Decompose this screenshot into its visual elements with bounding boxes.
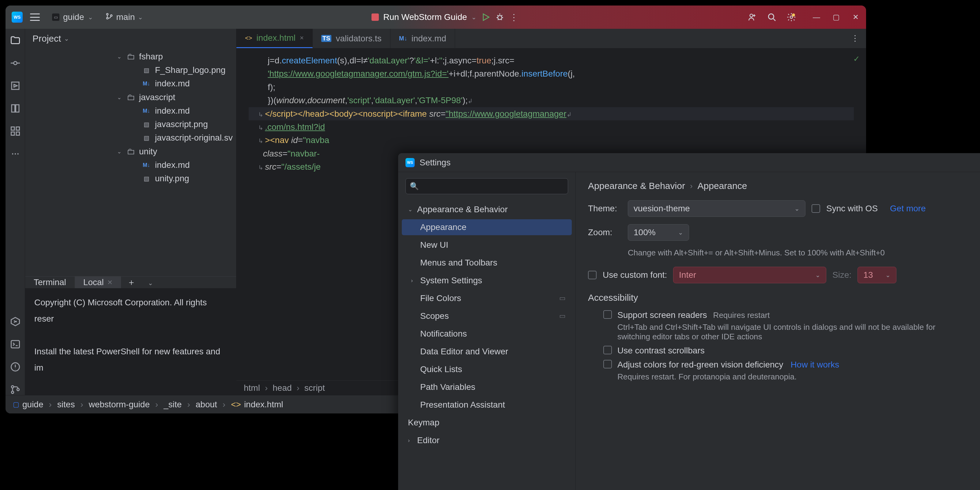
image-file-icon: ▧: [142, 175, 151, 182]
editor-tab-index-html[interactable]: <> index.html ×: [236, 29, 313, 48]
problems-tool-button[interactable]: [10, 361, 21, 372]
nav-notifications[interactable]: Notifications: [402, 326, 572, 342]
project-tree[interactable]: ⌄🗀fsharp ▧F_Sharp_logo.png M↓index.md ⌄🗀…: [25, 48, 236, 276]
nav-separator: ›: [80, 400, 83, 409]
screen-readers-checkbox[interactable]: [603, 310, 612, 319]
tree-file[interactable]: M↓index.md: [25, 77, 236, 90]
sync-with-os-checkbox[interactable]: [811, 204, 820, 213]
more-actions-button[interactable]: ⋮: [509, 12, 519, 22]
project-tool-button[interactable]: [10, 35, 21, 46]
branch-icon: [105, 12, 113, 22]
nav-editor[interactable]: ›Editor: [402, 433, 572, 449]
editor-tab-validators-ts[interactable]: TS validators.ts: [313, 29, 390, 48]
bookmarks-tool-button[interactable]: [10, 103, 21, 114]
search-everywhere-button[interactable]: [767, 12, 776, 22]
svg-point-2: [110, 15, 112, 16]
chevron-down-icon: ⌄: [64, 35, 69, 42]
git-tool-button[interactable]: [10, 384, 21, 395]
tree-folder[interactable]: ⌄🗀javascript: [25, 90, 236, 104]
code-with-me-button[interactable]: [747, 12, 757, 22]
tree-file[interactable]: ▧javascript.png: [25, 118, 236, 131]
commit-tool-button[interactable]: [10, 57, 21, 68]
get-more-themes-link[interactable]: Get more: [890, 204, 926, 213]
chevron-down-icon: ⌄: [408, 206, 414, 213]
svg-point-7: [13, 62, 17, 65]
nav-item[interactable]: <>index.html: [231, 400, 283, 409]
breadcrumb-item[interactable]: head: [272, 383, 291, 393]
contrast-scrollbars-checkbox[interactable]: [603, 346, 612, 354]
project-selector[interactable]: ▭ guide ⌄: [47, 10, 98, 24]
close-icon[interactable]: ×: [108, 277, 112, 287]
close-button[interactable]: ✕: [851, 13, 860, 21]
editor-tab-index-md[interactable]: M↓ index.md: [390, 29, 455, 48]
tree-file[interactable]: M↓index.md: [25, 104, 236, 118]
nav-item[interactable]: sites: [57, 400, 75, 409]
file-name: index.md: [155, 160, 190, 170]
terminal-tab-title[interactable]: Terminal: [25, 277, 75, 288]
editor-more-button[interactable]: ⋮: [850, 34, 860, 43]
tree-file[interactable]: ▧javascript-original.sv: [25, 131, 236, 145]
nav-separator: ›: [49, 400, 52, 409]
terminal-dropdown-button[interactable]: ⌄: [142, 277, 159, 287]
nav-presentation-assistant[interactable]: Presentation Assistant: [402, 397, 572, 413]
color-deficiency-checkbox[interactable]: [603, 360, 612, 368]
font-select[interactable]: Inter⌄: [673, 267, 826, 283]
project-panel-header[interactable]: Project ⌄: [25, 29, 236, 48]
tree-folder[interactable]: ⌄🗀unity: [25, 145, 236, 158]
svg-point-3: [498, 16, 502, 20]
font-size-select[interactable]: 13⌄: [858, 267, 896, 283]
nav-system-settings[interactable]: ›System Settings: [402, 272, 572, 288]
nav-menus-toolbars[interactable]: Menus and Toolbars: [402, 255, 572, 271]
tree-file[interactable]: ▧F_Sharp_logo.png: [25, 64, 236, 77]
new-terminal-button[interactable]: ＋: [121, 277, 142, 288]
nav-file-colors[interactable]: File Colors▭: [402, 290, 572, 306]
nav-item[interactable]: _site: [164, 400, 181, 409]
breadcrumb-item[interactable]: html: [244, 383, 260, 393]
svg-point-0: [106, 13, 108, 15]
terminal-tab-local[interactable]: Local×: [75, 277, 121, 288]
nav-appearance-behavior[interactable]: ⌄Appearance & Behavior: [402, 202, 572, 218]
terminal-tool-button[interactable]: [10, 339, 21, 350]
nav-appearance[interactable]: Appearance: [402, 219, 572, 235]
structure-tool-button[interactable]: [10, 126, 21, 137]
nav-new-ui[interactable]: New UI: [402, 237, 572, 253]
debug-button[interactable]: [495, 12, 505, 22]
vcs-branch-selector[interactable]: main ⌄: [105, 12, 143, 22]
chevron-down-icon: ⌄: [117, 53, 123, 60]
tree-file[interactable]: M↓index.md: [25, 158, 236, 172]
minimize-button[interactable]: —: [812, 13, 821, 21]
tree-file[interactable]: ▧unity.png: [25, 172, 236, 185]
code-line: })(window,document,'script','dataLayer',…: [249, 94, 854, 107]
nav-path-variables[interactable]: Path Variables: [402, 379, 572, 395]
nav-item[interactable]: ▢guide: [13, 400, 43, 409]
svg-rect-10: [11, 127, 14, 130]
run-tool-button[interactable]: [10, 80, 21, 91]
screen-readers-label: Support screen readers: [617, 310, 707, 320]
how-it-works-link[interactable]: How it works: [791, 360, 840, 369]
folder-name: fsharp: [139, 52, 163, 62]
nav-quick-lists[interactable]: Quick Lists: [402, 361, 572, 377]
zoom-select[interactable]: 100%⌄: [628, 224, 689, 241]
theme-select[interactable]: vuesion-theme⌄: [628, 200, 805, 217]
nav-item[interactable]: webstorm-guide: [89, 400, 150, 409]
close-icon[interactable]: ×: [300, 34, 304, 42]
main-menu-button[interactable]: [30, 13, 40, 21]
nav-item[interactable]: about: [196, 400, 217, 409]
settings-search-input[interactable]: [406, 178, 568, 194]
breadcrumb-item[interactable]: script: [304, 383, 325, 393]
use-custom-font-checkbox[interactable]: [588, 271, 597, 279]
settings-button[interactable]: [786, 12, 796, 22]
chevron-right-icon: ›: [411, 277, 417, 284]
run-button[interactable]: [481, 12, 491, 22]
nav-keymap[interactable]: Keymap: [402, 415, 572, 431]
terminal-output[interactable]: Copyright (C) Microsoft Corporation. All…: [25, 288, 236, 414]
crumb-item[interactable]: Appearance & Behavior: [588, 181, 685, 191]
run-configuration-selector[interactable]: Run WebStorm Guide ⌄: [371, 12, 476, 22]
tree-folder[interactable]: ⌄🗀fsharp: [25, 49, 236, 64]
maximize-button[interactable]: ▢: [832, 13, 840, 21]
nav-data-editor[interactable]: Data Editor and Viewer: [402, 344, 572, 360]
branch-name: main: [116, 12, 135, 22]
nav-scopes[interactable]: Scopes▭: [402, 308, 572, 324]
services-tool-button[interactable]: [10, 316, 21, 327]
more-tools-button[interactable]: ⋯: [10, 148, 21, 159]
